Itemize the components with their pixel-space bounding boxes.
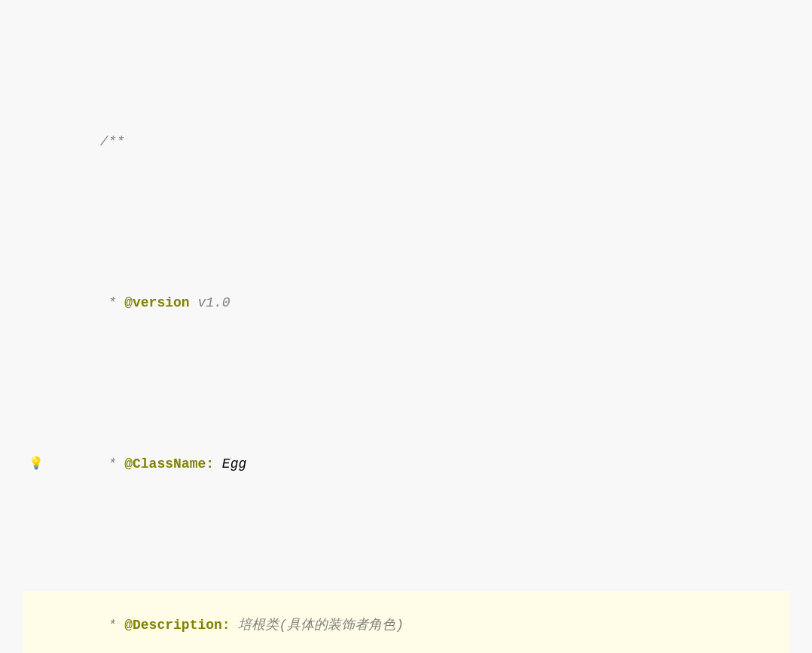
code-4: * @Description: 培根类(具体的装饰者角色) [47, 591, 789, 653]
gutter-3: 💡 [26, 454, 47, 474]
description-value: 培根类(具体的装饰者角色) [230, 618, 404, 633]
line-description: * @Description: 培根类(具体的装饰者角色) [23, 591, 789, 653]
comment-star2: * [100, 456, 124, 471]
code-2: * @version v1.0 [47, 269, 789, 338]
comment-star: * [100, 295, 124, 310]
code-3: * @ClassName: Egg [47, 430, 789, 499]
lightbulb-icon: 💡 [29, 454, 44, 474]
line-classname: 💡 * @ClassName: Egg [23, 430, 789, 499]
classname-value: Egg [214, 456, 246, 471]
version-value: v1.0 [190, 295, 230, 310]
line-version: * @version v1.0 [23, 269, 789, 338]
code-editor: /** * @version v1.0 💡 * @ClassName: Egg … [23, 15, 789, 653]
tag-description: @Description: [124, 618, 230, 633]
tag-version: @version [124, 295, 189, 310]
line-comment-start: /** [23, 107, 789, 176]
tag-classname: @ClassName: [124, 456, 214, 471]
code-1: /** [47, 107, 789, 176]
comment-star3: * [100, 618, 124, 633]
comment-open: /** [100, 134, 124, 149]
